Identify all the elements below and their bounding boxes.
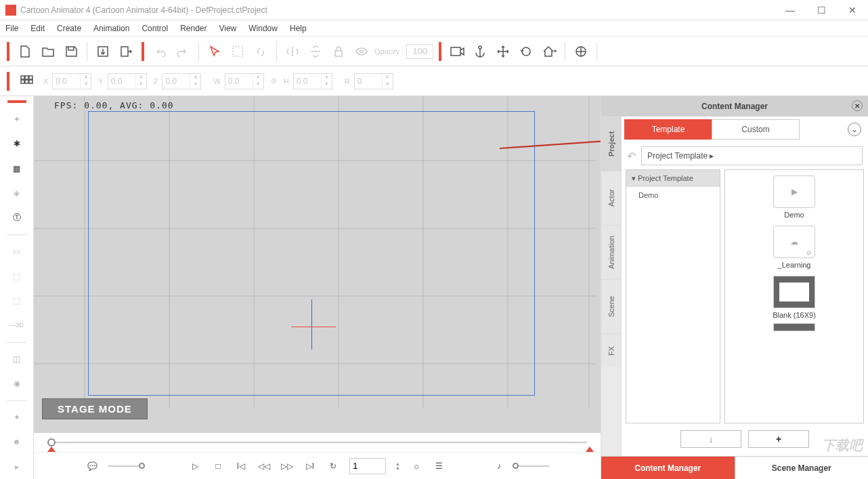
- undo-icon[interactable]: [150, 41, 170, 62]
- stage-viewport[interactable]: FPS: 0.00, AVG: 0.00 STAGE MODE: [34, 96, 601, 433]
- back-icon[interactable]: ↶: [627, 150, 636, 163]
- play-button[interactable]: ▷: [188, 459, 202, 473]
- save-project-icon[interactable]: [61, 41, 81, 62]
- menu-create[interactable]: Create: [57, 24, 81, 33]
- bottom-tab-content-manager[interactable]: Content Manager: [601, 456, 735, 479]
- menu-animation[interactable]: Animation: [93, 24, 129, 33]
- vtab-scene[interactable]: Scene: [601, 279, 621, 333]
- flip-v-icon[interactable]: [305, 41, 326, 62]
- thumb-blank[interactable]: Blank (16X9): [769, 276, 819, 319]
- loop-button[interactable]: ↻: [326, 459, 340, 473]
- next-frame-button[interactable]: ▷▷: [280, 459, 294, 473]
- actor-placeholder-icon[interactable]: ✦: [7, 111, 26, 127]
- bottom-tab-scene-manager[interactable]: Scene Manager: [735, 456, 869, 479]
- text-tool-icon[interactable]: Ⓣ: [7, 209, 26, 226]
- visibility-icon[interactable]: [351, 41, 372, 62]
- thumb-demo[interactable]: ▶ Demo: [769, 175, 819, 219]
- menu-render[interactable]: Render: [180, 24, 207, 33]
- expand-icon[interactable]: ▸: [7, 459, 26, 475]
- anchor-icon[interactable]: [470, 41, 490, 62]
- frame-input[interactable]: [349, 458, 386, 474]
- add-button[interactable]: +: [748, 430, 809, 448]
- y-input[interactable]: 0.0▲▼: [108, 73, 147, 89]
- open-project-icon[interactable]: [38, 41, 58, 62]
- vtab-actor[interactable]: Actor: [601, 171, 621, 225]
- tab-template[interactable]: Template: [624, 119, 712, 140]
- flip-h-icon[interactable]: [282, 41, 303, 62]
- balloon-icon[interactable]: 💬: [85, 459, 99, 473]
- zoom-slider-1[interactable]: [108, 465, 142, 467]
- new-project-icon[interactable]: [15, 41, 35, 62]
- opacity-control[interactable]: Opacity :: [374, 44, 433, 59]
- bone-tool-icon[interactable]: ✱: [7, 136, 26, 152]
- thumb-more[interactable]: [769, 323, 819, 331]
- stop-button[interactable]: □: [211, 459, 225, 473]
- timeline-end-marker[interactable]: [586, 446, 594, 452]
- redo-icon[interactable]: [173, 41, 193, 62]
- rotate-icon[interactable]: [516, 41, 536, 62]
- audio-icon[interactable]: ♪: [492, 459, 506, 473]
- export-icon[interactable]: [116, 41, 136, 62]
- menu-window[interactable]: Window: [248, 24, 278, 33]
- link-tool-icon[interactable]: [251, 41, 271, 62]
- tree-header[interactable]: ▾ Project Template: [626, 170, 720, 187]
- menu-view[interactable]: View: [219, 24, 236, 33]
- motion-tool-icon[interactable]: ◈: [7, 185, 26, 201]
- timeline-playhead[interactable]: [47, 438, 56, 446]
- timeline-start-marker[interactable]: [47, 446, 56, 452]
- tab-custom[interactable]: Custom: [712, 119, 800, 140]
- lock-icon[interactable]: [328, 41, 349, 62]
- h-input[interactable]: 0.0▲▼: [293, 73, 332, 89]
- opacity-input[interactable]: [406, 44, 433, 59]
- vtab-animation[interactable]: Animation: [601, 225, 621, 279]
- panel-close-icon[interactable]: ✕: [852, 100, 863, 111]
- last-frame-button[interactable]: ▷I: [303, 459, 317, 473]
- content-manager-title: Content Manager: [701, 102, 768, 111]
- prev-frame-button[interactable]: ◁◁: [257, 459, 271, 473]
- home-icon[interactable]: ▾: [539, 41, 559, 62]
- timeline-scrubber[interactable]: [34, 433, 601, 452]
- menu-help[interactable]: Help: [290, 24, 307, 33]
- move-icon[interactable]: [493, 41, 513, 62]
- w-input[interactable]: 0.0▲▼: [225, 73, 264, 89]
- settings-icon[interactable]: ☼: [410, 459, 423, 473]
- layer-tool-icon[interactable]: ▦: [7, 160, 26, 176]
- close-button[interactable]: ✕: [837, 0, 868, 20]
- camera-icon[interactable]: [447, 41, 467, 62]
- r-input[interactable]: 0▲▼: [354, 73, 393, 89]
- menu-control[interactable]: Control: [142, 24, 168, 33]
- grid-toggle-icon[interactable]: [16, 71, 37, 91]
- download-button[interactable]: ↓: [680, 430, 741, 448]
- panel-bottom-tabs: Content Manager Scene Manager: [601, 456, 868, 479]
- first-frame-button[interactable]: I◁: [234, 459, 248, 473]
- timeline-panel-icon[interactable]: ☰: [433, 459, 446, 473]
- vtab-project[interactable]: Project: [601, 117, 621, 171]
- tool-12-icon[interactable]: ☻: [7, 434, 26, 450]
- thumb-learning[interactable]: ☁⊘ _Learning: [769, 226, 819, 269]
- menu-edit[interactable]: Edit: [30, 24, 45, 33]
- link-wh-icon[interactable]: ⊘: [271, 77, 277, 85]
- volume-slider[interactable]: [515, 465, 549, 467]
- properties-bar: X 0.0▲▼ Y 0.0▲▼ Z 0.0▲▼ W 0.0▲▼ ⊘ H 0.0▲…: [0, 66, 868, 96]
- grid-icon[interactable]: [571, 41, 591, 62]
- select-tool-icon[interactable]: [204, 41, 225, 62]
- maximize-button[interactable]: ☐: [806, 0, 837, 20]
- tool-9-icon[interactable]: ◫: [7, 351, 26, 367]
- tool-6-icon[interactable]: ▭: [7, 243, 26, 259]
- tool-8-icon[interactable]: ⬚: [7, 293, 26, 309]
- x-input[interactable]: 0.0▲▼: [52, 73, 91, 89]
- minimize-button[interactable]: —: [775, 0, 806, 20]
- tool-7-icon[interactable]: ⬚: [7, 268, 26, 284]
- vtab-fx[interactable]: FX: [601, 333, 621, 367]
- region-tool-icon[interactable]: [227, 41, 248, 62]
- z-input[interactable]: 0.0▲▼: [162, 73, 201, 89]
- panel-menu-icon[interactable]: ⌄: [848, 123, 861, 136]
- svg-rect-3: [335, 51, 342, 56]
- tool-11-icon[interactable]: ✦: [7, 409, 26, 425]
- tool-10-icon[interactable]: ◉: [7, 375, 26, 392]
- import-icon[interactable]: [93, 41, 113, 62]
- menu-file[interactable]: File: [5, 24, 18, 33]
- 3d-tool-icon[interactable]: —3D: [7, 317, 26, 333]
- breadcrumb[interactable]: Project Template ▸: [641, 146, 863, 165]
- tree-item-demo[interactable]: Demo: [626, 187, 720, 203]
